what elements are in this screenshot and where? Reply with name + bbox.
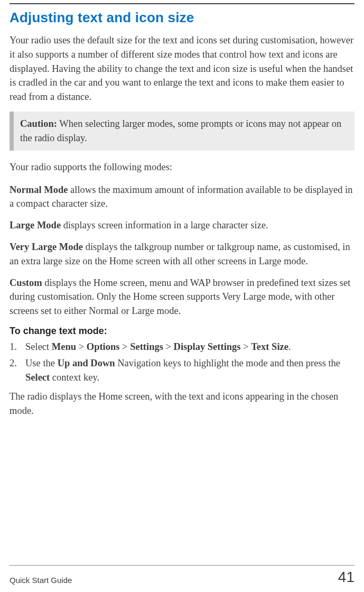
caution-label: Caution: (20, 118, 57, 129)
step-1-textsize: Text Size (251, 341, 288, 352)
mode-large-desc: displays screen information in a large c… (61, 220, 268, 230)
mode-normal: Normal Mode allows the maximum amount of… (10, 183, 354, 211)
result-paragraph: The radio displays the Home screen, with… (10, 390, 354, 418)
mode-very-large: Very Large Mode displays the talkgroup n… (10, 240, 354, 269)
change-text-mode-heading: To change text mode: (10, 326, 354, 337)
step-2-mid: Navigation keys to highlight the mode an… (115, 358, 340, 368)
step-1-settings: Settings (130, 341, 163, 352)
mode-large: Large Mode displays screen information i… (10, 218, 354, 233)
step-1-options: Options (87, 341, 120, 352)
steps-list: Select Menu > Options > Settings > Displ… (10, 340, 354, 384)
step-1-menu: Menu (52, 341, 76, 352)
step-1-gt2: > (119, 341, 130, 352)
step-2-prefix: Use the (25, 358, 58, 368)
page-heading: Adjusting text and icon size (10, 10, 354, 26)
mode-normal-name: Normal Mode (10, 184, 68, 195)
step-2: Use the Up and Down Navigation keys to h… (10, 356, 354, 385)
mode-very-large-name: Very Large Mode (10, 242, 83, 252)
mode-custom-desc: displays the Home screen, menu and WAP b… (10, 278, 350, 317)
step-1-end: . (288, 341, 291, 352)
step-1-gt4: > (241, 341, 251, 352)
step-1-display: Display Settings (174, 341, 241, 352)
step-1-gt1: > (76, 341, 87, 352)
intro-paragraph: Your radio uses the default size for the… (10, 33, 354, 104)
mode-large-name: Large Mode (10, 220, 61, 230)
step-1-prefix: Select (25, 341, 52, 352)
top-rule (10, 3, 354, 4)
step-2-select: Select (25, 372, 50, 383)
mode-custom-name: Custom (10, 278, 42, 288)
footer-guide-label: Quick Start Guide (10, 576, 72, 585)
caution-box: Caution: When selecting larger modes, so… (10, 112, 354, 151)
mode-custom: Custom displays the Home screen, menu an… (10, 276, 354, 318)
step-2-updown: Up and Down (58, 358, 115, 368)
page-footer: Quick Start Guide 41 (10, 565, 354, 585)
supports-lead: Your radio supports the following modes: (10, 160, 354, 174)
step-1-gt3: > (163, 341, 174, 352)
step-2-end: context key. (50, 372, 99, 383)
step-1: Select Menu > Options > Settings > Displ… (10, 340, 354, 354)
footer-page-number: 41 (338, 570, 354, 585)
caution-body: When selecting larger modes, some prompt… (20, 118, 341, 143)
